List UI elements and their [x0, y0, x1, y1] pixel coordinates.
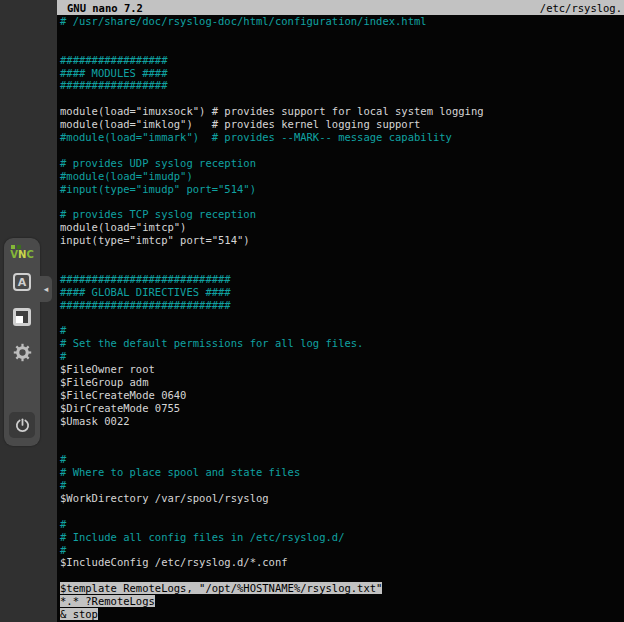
panel-collapse-handle[interactable]: ◂	[40, 276, 52, 302]
editor-line	[60, 569, 624, 582]
editor-line: # Include all config files in /etc/rsysl…	[60, 531, 624, 544]
editor-line: module(load="imuxsock") # provides suppo…	[60, 105, 624, 118]
nano-titlebar: GNU nano 7.2 /etc/rsyslog.	[57, 0, 624, 15]
editor-line: # provides TCP syslog reception	[60, 208, 624, 221]
editor-line: #module(load="immark") # provides --MARK…	[60, 131, 624, 144]
novnc-logo[interactable]: VNC	[10, 245, 33, 260]
editor-line: #input(type="imudp" port="514")	[60, 183, 624, 196]
editor-line	[60, 195, 624, 208]
editor-line: #### MODULES ####	[60, 67, 624, 80]
editor-line	[60, 28, 624, 41]
editor-line: $DirCreateMode 0755	[60, 402, 624, 415]
editor-line	[60, 92, 624, 105]
editor-line: #	[60, 544, 624, 557]
fullscreen-button[interactable]	[9, 304, 35, 330]
editor-line: $WorkDirectory /var/spool/rsyslog	[60, 492, 624, 505]
editor-line: $FileCreateMode 0640	[60, 389, 624, 402]
nano-filename: /etc/rsyslog.	[540, 2, 622, 14]
editor-line	[60, 311, 624, 324]
editor-line	[60, 260, 624, 273]
editor-line: ###########################	[60, 273, 624, 286]
editor-line: $FileOwner root	[60, 363, 624, 376]
editor-line: module(load="imklog") # provides kernel …	[60, 118, 624, 131]
editor-line: module(load="imtcp")	[60, 221, 624, 234]
editor-line: $FileGroup adm	[60, 376, 624, 389]
fullscreen-icon	[13, 308, 31, 326]
editor-line: # provides UDP syslog reception	[60, 157, 624, 170]
editor-line: $IncludeConfig /etc/rsyslog.d/*.conf	[60, 556, 624, 569]
editor-line: # Set the default permissions for all lo…	[60, 337, 624, 350]
editor-line: #	[60, 479, 624, 492]
editor-line: input(type="imtcp" port="514")	[60, 234, 624, 247]
editor-lines[interactable]: # /usr/share/doc/rsyslog-doc/html/config…	[57, 15, 624, 622]
editor-line: #### GLOBAL DIRECTIVES ####	[60, 286, 624, 299]
novnc-sidebar: VNC A	[0, 0, 57, 622]
editor-line: ###########################	[60, 299, 624, 312]
editor-line: # /usr/share/doc/rsyslog-doc/html/config…	[60, 15, 624, 28]
editor-line: #	[60, 453, 624, 466]
editor-line	[60, 505, 624, 518]
editor-line	[60, 428, 624, 441]
chevron-left-icon: ◂	[44, 284, 49, 294]
editor-line	[60, 41, 624, 54]
power-icon	[14, 417, 31, 434]
editor-line: $Umask 0022	[60, 415, 624, 428]
editor-line: #	[60, 324, 624, 337]
editor-line: #	[60, 518, 624, 531]
settings-button[interactable]	[9, 339, 35, 365]
editor-line: & stop	[60, 608, 624, 621]
nano-version: GNU nano 7.2	[67, 2, 143, 14]
screen: VNC A	[0, 0, 624, 622]
novnc-control-panel: VNC A	[4, 238, 40, 446]
editor-line	[60, 144, 624, 157]
editor-line: #################	[60, 54, 624, 67]
editor-line	[60, 440, 624, 453]
clipboard-button[interactable]: A	[9, 269, 35, 295]
editor-line: *.* ?RemoteLogs	[60, 595, 624, 608]
editor-line	[60, 247, 624, 260]
editor-line: #################	[60, 79, 624, 92]
terminal[interactable]: GNU nano 7.2 /etc/rsyslog. # /usr/share/…	[57, 0, 624, 622]
editor-line: $template RemoteLogs, "/opt/%HOSTNAME%/r…	[60, 582, 624, 595]
clipboard-icon: A	[13, 273, 31, 291]
power-button[interactable]	[9, 412, 35, 438]
novnc-logo-text: VNC	[10, 250, 33, 260]
gear-icon	[13, 343, 32, 362]
editor-line: #	[60, 350, 624, 363]
editor-line: #module(load="imudp")	[60, 170, 624, 183]
editor-line: # Where to place spool and state files	[60, 466, 624, 479]
